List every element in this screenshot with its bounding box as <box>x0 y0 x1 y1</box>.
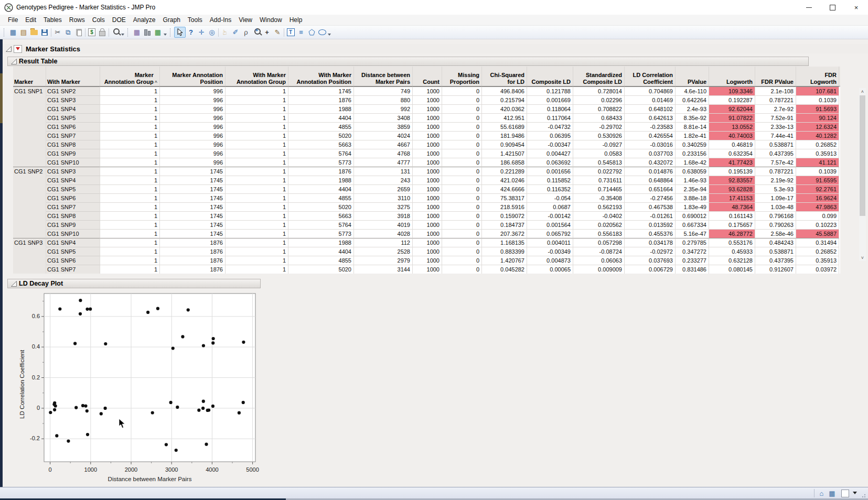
menu-item-analyze[interactable]: Analyze <box>130 15 159 25</box>
red-triangle-menu-button[interactable] <box>14 45 22 53</box>
disclosure-icon[interactable] <box>6 46 12 52</box>
journal-money-icon[interactable]: $ <box>87 27 97 37</box>
cell-chisq: 55.61689 <box>482 122 527 131</box>
menu-item-help[interactable]: Help <box>286 15 306 25</box>
table-row[interactable]: CG1 SNP4117451198824310000421.02460.1158… <box>13 176 840 184</box>
crosshair-tool-icon[interactable]: ✛ <box>196 27 207 37</box>
column-header-pvalue[interactable]: PValue <box>676 67 709 86</box>
plus-tool-icon[interactable]: + <box>262 27 272 37</box>
new-table-add-icon[interactable]: ▦ <box>153 27 163 37</box>
brush-tool-icon[interactable]: ✐ <box>230 27 241 37</box>
polygon-tool-icon[interactable] <box>306 27 317 37</box>
dropdown-arrow-icon[interactable] <box>853 492 857 494</box>
toolbar-overflow-icon[interactable] <box>164 34 167 36</box>
resize-grip[interactable] <box>862 493 867 498</box>
column-header-count[interactable]: Count <box>413 67 442 86</box>
column-header-ldcorr[interactable]: LD Correlation Coefficient <box>625 67 676 86</box>
menu-item-window[interactable]: Window <box>256 15 286 25</box>
minimize-button[interactable] <box>797 0 821 15</box>
column-header-with_marker[interactable]: With Marker <box>46 67 100 86</box>
cut-icon[interactable]: ✂ <box>52 27 63 37</box>
open-icon[interactable] <box>29 27 39 37</box>
column-header-mag[interactable]: Marker Annotation Group^ <box>100 67 160 86</box>
table-row[interactable]: CG1 SNP81996156634667100000.909454-0.003… <box>13 140 840 149</box>
lock-icon[interactable] <box>97 27 108 37</box>
column-header-fdrp[interactable]: FDR PValue <box>755 67 796 86</box>
column-header-stdcomp[interactable]: Standardized Composite LD <box>573 67 625 86</box>
menu-item-cols[interactable]: Cols <box>89 15 109 25</box>
column-header-wmag[interactable]: With Marker Annotation Group <box>226 67 288 86</box>
table-row[interactable]: CG1 SNP51174514404265910000424.66660.116… <box>13 184 840 193</box>
scroll-up-icon[interactable]: ˄ <box>859 88 866 95</box>
zoom-in-tool-icon[interactable] <box>251 27 262 37</box>
grabber-tool-icon[interactable]: ☞ <box>220 27 230 37</box>
table-row[interactable]: CG1 SNP619961485538591000055.61689-0.047… <box>13 122 840 131</box>
pencil-tool-icon[interactable]: ✎ <box>272 27 283 37</box>
column-header-comp[interactable]: Composite LD <box>527 67 573 86</box>
toolbar-overflow-icon[interactable] <box>121 34 124 36</box>
data-table-icon[interactable]: ▦ <box>132 27 142 37</box>
table-row[interactable]: CG1 SNP1CG1 SNP219961174574910000496.840… <box>13 86 840 95</box>
table-row[interactable]: CG1 SNP10199615773477710000186.68580.063… <box>13 158 840 167</box>
copy-icon[interactable]: ⧉ <box>63 27 73 37</box>
menu-item-doe[interactable]: DOE <box>109 15 130 25</box>
close-button[interactable]: × <box>844 0 868 15</box>
table-row[interactable]: CG1 SNP71174515020327510000218.59160.068… <box>13 202 840 211</box>
menu-item-tables[interactable]: Tables <box>40 15 66 25</box>
menu-item-rows[interactable]: Rows <box>66 15 89 25</box>
cell-with_marker: CG1 SNP7 <box>46 202 100 211</box>
column-header-fdrlog[interactable]: FDR Logworth <box>796 67 839 86</box>
menu-item-file[interactable]: File <box>4 15 22 25</box>
table-row[interactable]: CG1 SNP511876144042528100000.883399-0.00… <box>13 247 840 256</box>
data-table-icon[interactable]: ▦ <box>828 489 837 497</box>
menu-item-view[interactable]: View <box>235 15 256 25</box>
column-header-map[interactable]: Marker Annotation Position <box>160 67 226 86</box>
column-header-marker[interactable]: Marker <box>13 67 46 86</box>
lines-tool-icon[interactable]: ≡ <box>296 27 306 37</box>
column-header-missing[interactable]: Missing Proportion <box>442 67 482 86</box>
table-row[interactable]: CG1 SNP611876148552979100001.4207670.004… <box>13 256 840 265</box>
table-row[interactable]: CG1 SNP5199614404340810000412.9510.11706… <box>13 113 840 122</box>
home-icon[interactable]: ⌂ <box>817 489 826 497</box>
table-row[interactable]: CG1 SNP3CG1 SNP41187611988112100001.1681… <box>13 238 840 247</box>
table-row[interactable]: CG1 SNP419961198899210000420.03620.11806… <box>13 104 840 113</box>
table-row[interactable]: CG1 SNP6117451485531101000075.38317-0.05… <box>13 193 840 202</box>
scrollbar-thumb[interactable] <box>860 95 865 216</box>
new-data-table-icon[interactable]: ▦ <box>8 27 18 37</box>
table-row[interactable]: CG1 SNP7199615020402410000181.94860.0639… <box>13 131 840 140</box>
toolbar-overflow-icon[interactable] <box>328 34 331 36</box>
oval-tool-icon[interactable] <box>317 27 327 37</box>
column-header-chisq[interactable]: Chi-Squared for LD <box>482 67 527 86</box>
column-header-wmap[interactable]: With Marker Annotation Position <box>288 67 354 86</box>
table-row[interactable]: CG1 SNP2CG1 SNP31174511876131100000.2212… <box>13 167 840 176</box>
table-row[interactable]: CG1 SNP811745156633918100000.159072-0.00… <box>13 211 840 220</box>
cell-map: 1745 <box>160 211 226 220</box>
table-vertical-scrollbar[interactable]: ˄ ˅ <box>859 88 866 261</box>
lasso-tool-icon[interactable]: ρ <box>241 27 251 37</box>
menu-item-addins[interactable]: Add-Ins <box>206 15 235 25</box>
text-box-tool-icon[interactable]: T <box>285 27 296 37</box>
menu-item-edit[interactable]: Edit <box>22 15 40 25</box>
disclosure-icon[interactable] <box>11 59 17 64</box>
menu-item-tools[interactable]: Tools <box>184 15 206 25</box>
disclosure-icon[interactable] <box>11 281 17 287</box>
checkbox[interactable] <box>841 490 849 497</box>
table-row[interactable]: CG1 SNP711876150203144100000.0452820.000… <box>13 265 840 274</box>
new-journal-icon[interactable]: ▤ <box>18 27 29 37</box>
paste-icon[interactable] <box>73 27 84 37</box>
arrow-tool-icon[interactable] <box>174 27 186 38</box>
menu-item-graph[interactable]: Graph <box>159 15 184 25</box>
table-row[interactable]: CG1 SNP911745157644019100000.1847370.001… <box>13 220 840 229</box>
target-tool-icon[interactable]: ◎ <box>207 27 217 37</box>
table-row[interactable]: CG1 SNP101174515773402810000207.36720.06… <box>13 229 840 238</box>
table-row[interactable]: CG1 SNP3199611876880100000.2157940.00166… <box>13 95 840 104</box>
table-row[interactable]: CG1 SNP91996157644768100001.4215070.0044… <box>13 149 840 158</box>
help-tool-icon[interactable]: ? <box>186 27 196 37</box>
columns-viewer-icon[interactable] <box>142 27 153 37</box>
column-header-logworth[interactable]: Logworth <box>709 67 755 86</box>
search-icon[interactable] <box>110 27 121 37</box>
column-header-dist[interactable]: Distance between Marker Pairs <box>354 67 413 86</box>
scroll-down-icon[interactable]: ˅ <box>859 254 866 261</box>
maximize-button[interactable] <box>821 0 844 15</box>
save-icon[interactable] <box>39 27 50 37</box>
